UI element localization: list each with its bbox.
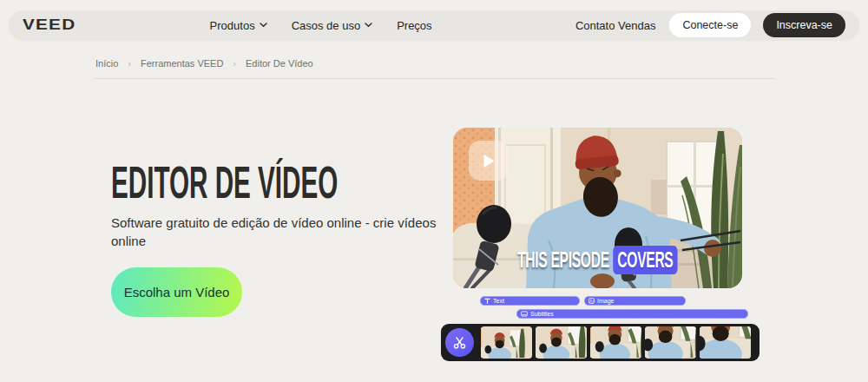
nav-item-label: Produtos	[210, 19, 255, 32]
timeline-frame-thumbnail	[536, 326, 587, 359]
nav-item-produtos[interactable]: Produtos	[210, 19, 267, 32]
video-play-button[interactable]	[469, 141, 509, 181]
page-title: EDITOR DE VÍDEO	[111, 160, 509, 205]
veed-landing-page: VEED Produtos Casos de uso Preços Contat…	[0, 0, 868, 382]
caption-highlight: COVERS	[613, 246, 678, 274]
text-icon	[484, 298, 490, 304]
veed-logo[interactable]: VEED	[23, 16, 76, 34]
chevron-down-icon	[260, 23, 267, 28]
timeline-frame-thumbnail	[481, 326, 532, 359]
video-preview[interactable]: THIS EPISODE COVERS	[453, 128, 742, 288]
breadcrumb-separator: ›	[233, 58, 236, 69]
image-track-chip: Image	[584, 296, 686, 306]
text-track-chip: Text	[480, 296, 580, 306]
timeline-frame-thumbnail	[590, 326, 641, 359]
signup-button[interactable]: Inscreva-se	[763, 13, 845, 37]
subtitles-track-chip: Subtitles	[516, 309, 748, 319]
breadcrumb-tools[interactable]: Ferramentas VEED	[141, 58, 223, 69]
scissors-icon	[452, 335, 467, 350]
nav-item-precos[interactable]: Preços	[397, 19, 431, 32]
subtitles-icon	[521, 311, 528, 317]
contact-sales-link[interactable]: Contato Vendas	[575, 19, 656, 32]
track-label: Subtitles	[530, 311, 554, 317]
navbar-actions: Contato Vendas Conecte-se Inscreva-se	[575, 13, 845, 37]
timeline-frame-thumbnail	[700, 326, 751, 359]
breadcrumb-divider	[94, 78, 775, 79]
main-nav: Produtos Casos de uso Preços	[210, 19, 432, 32]
top-navbar: VEED Produtos Casos de uso Preços Contat…	[9, 10, 859, 40]
login-button[interactable]: Conecte-se	[669, 13, 751, 37]
breadcrumb-current: Editor De Vídeo	[246, 58, 313, 69]
split-clip-button	[445, 328, 474, 357]
image-icon	[589, 298, 595, 304]
hero-subtitle: Software gratuito de edição de vídeo onl…	[111, 214, 458, 251]
track-label: Text	[493, 298, 504, 304]
video-caption: THIS EPISODE COVERS	[511, 246, 685, 274]
caption-text: THIS EPISODE	[517, 247, 609, 273]
breadcrumb-home[interactable]: Início	[95, 58, 118, 69]
breadcrumb: Início › Ferramentas VEED › Editor De Ví…	[95, 58, 313, 69]
editor-timeline	[441, 324, 760, 361]
track-label: Image	[597, 298, 614, 304]
play-icon	[483, 154, 496, 168]
nav-item-casos-de-uso[interactable]: Casos de uso	[292, 19, 373, 32]
timeline-frame-thumbnail	[645, 326, 696, 359]
chevron-down-icon	[365, 23, 372, 28]
nav-item-label: Casos de uso	[292, 19, 361, 32]
breadcrumb-separator: ›	[128, 58, 131, 69]
choose-video-button[interactable]: Escolha um Vídeo	[111, 267, 242, 317]
nav-item-label: Preços	[397, 19, 431, 32]
timeline-thumbnails	[481, 326, 751, 359]
